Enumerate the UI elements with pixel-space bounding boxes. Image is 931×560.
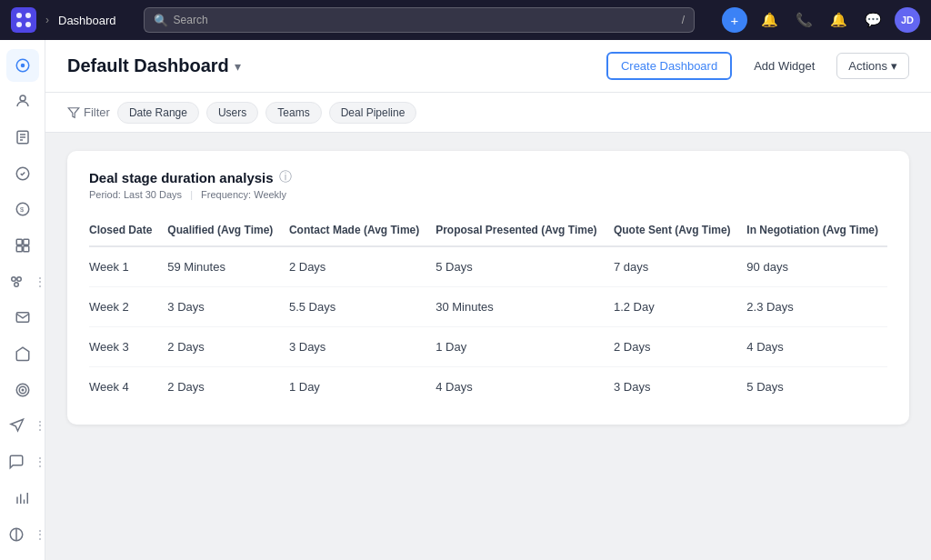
svg-point-6 bbox=[20, 64, 25, 68]
content-area: Default Dashboard ▾ Create Dashboard Add… bbox=[45, 40, 931, 560]
edit-icon: / bbox=[682, 14, 685, 26]
table-cell-2: 1 Day bbox=[282, 367, 428, 407]
svg-rect-17 bbox=[16, 246, 22, 252]
phone-button[interactable]: 📞 bbox=[791, 7, 816, 33]
sidebar-item-deals[interactable]: $ bbox=[6, 193, 39, 225]
widget-header: Deal stage duration analysis ⓘ bbox=[89, 169, 887, 185]
search-icon: 🔍 bbox=[154, 14, 168, 27]
table-cell-4: 3 Days bbox=[606, 367, 739, 407]
sidebar-item-tasks[interactable] bbox=[6, 157, 39, 190]
actions-label: Actions bbox=[848, 59, 887, 73]
add-button[interactable]: + bbox=[722, 7, 747, 33]
nav-actions: + 🔔 📞 🔔 💬 JD bbox=[722, 7, 920, 33]
actions-chevron-icon: ▾ bbox=[891, 59, 897, 73]
table-cell-1: 2 Days bbox=[160, 327, 282, 367]
filter-chip-users[interactable]: Users bbox=[206, 102, 258, 124]
svg-marker-32 bbox=[68, 107, 79, 117]
filter-chip-deal-pipeline[interactable]: Deal Pipeline bbox=[329, 102, 417, 124]
filter-chip-teams[interactable]: Teams bbox=[265, 102, 321, 124]
sidebar-item-campaigns[interactable] bbox=[0, 409, 33, 442]
col-contact-made: Contact Made (Avg Time) bbox=[282, 215, 428, 246]
add-widget-button[interactable]: Add Widget bbox=[741, 54, 827, 78]
widget-deal-stage: Deal stage duration analysis ⓘ Period: L… bbox=[67, 151, 909, 425]
search-input[interactable] bbox=[174, 14, 676, 26]
dashboard-content: Deal stage duration analysis ⓘ Period: L… bbox=[45, 133, 931, 560]
sidebar-dots-4[interactable]: ⋮ bbox=[35, 528, 45, 541]
sidebar-dots-1[interactable]: ⋮ bbox=[35, 275, 45, 288]
table-cell-4: 2 Days bbox=[606, 327, 739, 367]
table-cell-1: 2 Days bbox=[160, 367, 282, 407]
table-header-row: Closed Date Qualified (Avg Time) Contact… bbox=[89, 215, 887, 246]
table-body: Week 159 Minutes2 Days5 Days7 days90 day… bbox=[89, 246, 887, 406]
page-title: Default Dashboard bbox=[67, 55, 229, 76]
table-cell-1: 3 Days bbox=[160, 287, 282, 327]
table-cell-1: 59 Minutes bbox=[160, 246, 282, 287]
table-cell-2: 3 Days bbox=[282, 327, 428, 367]
table-cell-3: 5 Days bbox=[428, 246, 606, 287]
sidebar-item-reports[interactable] bbox=[6, 482, 39, 515]
table-row: Week 23 Days5.5 Days30 Minutes1.2 Day2.3… bbox=[89, 287, 887, 327]
filter-button[interactable]: Filter bbox=[67, 105, 110, 119]
svg-point-4 bbox=[25, 22, 31, 27]
table-head: Closed Date Qualified (Avg Time) Contact… bbox=[89, 215, 887, 246]
sidebar-item-products[interactable] bbox=[6, 229, 39, 262]
table-cell-3: 4 Days bbox=[428, 367, 606, 407]
widget-meta-separator: | bbox=[190, 189, 193, 200]
filter-chip-date-range[interactable]: Date Range bbox=[117, 102, 199, 124]
sidebar-item-chat[interactable] bbox=[0, 445, 33, 478]
sidebar-item-inbox[interactable] bbox=[6, 337, 39, 370]
table-cell-2: 5.5 Days bbox=[282, 287, 428, 327]
notifications-button[interactable]: 🔔 bbox=[756, 7, 782, 33]
sidebar-item-home[interactable] bbox=[6, 49, 39, 82]
table-row: Week 42 Days1 Day4 Days3 Days5 Days bbox=[89, 367, 887, 407]
sidebar-item-contacts[interactable] bbox=[6, 85, 39, 118]
widget-title: Deal stage duration analysis bbox=[89, 170, 274, 185]
col-quote-sent: Quote Sent (Avg Time) bbox=[606, 215, 739, 246]
filter-bar: Filter Date Range Users Teams Deal Pipel… bbox=[45, 93, 931, 133]
table-cell-3: 30 Minutes bbox=[428, 287, 606, 327]
table-cell-5: 5 Days bbox=[739, 367, 887, 407]
sidebar-item-mail[interactable] bbox=[6, 302, 39, 335]
actions-button[interactable]: Actions ▾ bbox=[836, 53, 909, 79]
sidebar-dots-2[interactable]: ⋮ bbox=[35, 419, 45, 432]
title-dropdown-icon[interactable]: ▾ bbox=[235, 59, 241, 74]
info-icon[interactable]: ⓘ bbox=[279, 169, 292, 185]
main-layout: $ ⋮ ⋮ ⋮ bbox=[0, 40, 931, 560]
sidebar-item-pages[interactable] bbox=[6, 121, 39, 154]
svg-rect-15 bbox=[16, 239, 22, 245]
sidebar-group-1: ⋮ bbox=[0, 265, 45, 298]
table-cell-4: 7 days bbox=[606, 246, 739, 287]
bell-button[interactable]: 🔔 bbox=[826, 7, 851, 33]
widget-meta: Period: Last 30 Days | Frequency: Weekly bbox=[89, 189, 887, 200]
table-cell-0: Week 4 bbox=[89, 367, 160, 407]
filter-label: Filter bbox=[84, 105, 110, 119]
page-header: Default Dashboard ▾ Create Dashboard Add… bbox=[45, 40, 931, 93]
svg-point-19 bbox=[11, 276, 15, 281]
table-cell-0: Week 1 bbox=[89, 246, 160, 287]
widget-period: Period: Last 30 Days bbox=[89, 189, 182, 200]
chat-button[interactable]: 💬 bbox=[860, 7, 886, 33]
sidebar-item-settings[interactable] bbox=[0, 518, 33, 551]
sidebar-item-groups[interactable] bbox=[0, 265, 33, 298]
col-closed-date: Closed Date bbox=[89, 215, 160, 246]
filter-icon bbox=[67, 106, 80, 119]
avatar[interactable]: JD bbox=[895, 7, 920, 33]
sidebar-item-targets[interactable] bbox=[6, 374, 39, 406]
col-qualified: Qualified (Avg Time) bbox=[160, 215, 282, 246]
search-bar[interactable]: 🔍 / bbox=[144, 7, 695, 33]
header-actions: Create Dashboard Add Widget Actions ▾ bbox=[606, 52, 909, 80]
widget-frequency: Frequency: Weekly bbox=[201, 189, 286, 200]
table-row: Week 159 Minutes2 Days5 Days7 days90 day… bbox=[89, 246, 887, 287]
sidebar-group-4: ⋮ bbox=[0, 518, 45, 551]
svg-point-7 bbox=[20, 95, 25, 101]
svg-text:$: $ bbox=[20, 205, 25, 214]
table-cell-2: 2 Days bbox=[282, 246, 428, 287]
svg-point-20 bbox=[16, 276, 21, 281]
col-proposal: Proposal Presented (Avg Time) bbox=[428, 215, 606, 246]
create-dashboard-button[interactable]: Create Dashboard bbox=[606, 52, 732, 80]
svg-point-2 bbox=[25, 13, 31, 18]
sidebar-dots-3[interactable]: ⋮ bbox=[35, 455, 45, 468]
sidebar: $ ⋮ ⋮ ⋮ bbox=[0, 40, 45, 560]
svg-point-21 bbox=[14, 282, 18, 286]
sidebar-group-3: ⋮ bbox=[0, 445, 45, 478]
